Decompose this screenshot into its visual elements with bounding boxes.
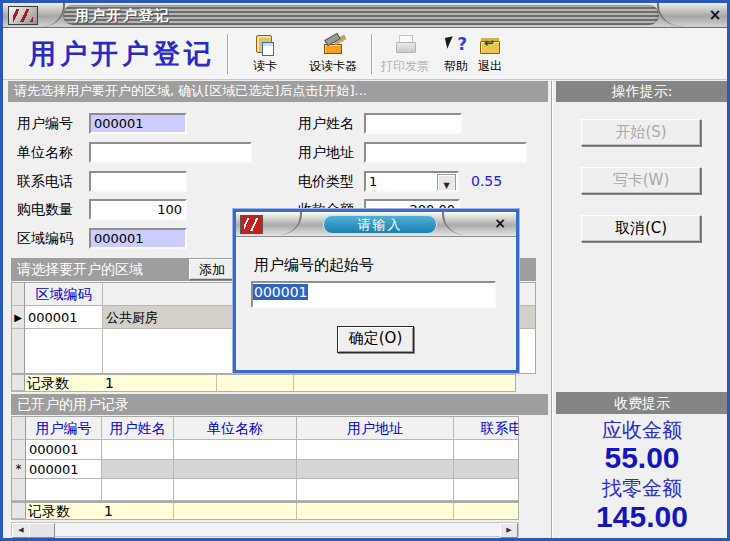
print-invoice-button: 打印发票 [377,31,433,77]
user-name-label: 用户姓名 [298,115,354,133]
window-title: 用户开户登记 [75,7,171,25]
change-amount: 145.00 [559,500,725,534]
toolbar-separator [227,34,229,74]
purchase-qty-field[interactable]: 100 [89,199,187,220]
col-phone[interactable]: 联系电话 [454,417,519,440]
scroll-left-icon[interactable]: ◀ [12,523,30,538]
phone-field[interactable] [89,171,187,192]
records-record-count: 记录数 1 [26,503,174,519]
receivable-label: 应收金额 [559,417,725,444]
unit-name-label: 单位名称 [17,144,73,162]
add-area-button[interactable]: 添加 [189,259,235,280]
read-card-button[interactable]: 读卡 [239,31,291,77]
user-id-label: 用户编号 [17,115,73,133]
dialog-prompt-label: 用户编号的起始号 [254,256,374,275]
address-field[interactable] [364,142,527,163]
scroll-right-icon[interactable]: ▶ [500,523,518,538]
col-user-name[interactable]: 用户姓名 [102,417,174,440]
records-row-2[interactable]: * 000001 [12,460,518,479]
area-code-column-header[interactable]: 区域编码 [25,283,103,306]
app-window: 用户开户登记 × 用户开户登记 读卡 设读卡器 打印发票 帮助 退出 请先选择用… [0,0,730,541]
panel-divider [551,81,553,538]
fee-panel-header: 收费提示 [556,392,728,414]
start-number-input[interactable]: 000001 [251,281,496,308]
new-row-marker: * [12,460,26,479]
title-bar-curve-right [657,3,687,27]
toolbar-separator-2 [371,34,373,74]
area-code-label: 区域编码 [17,230,73,248]
cancel-button[interactable]: 取消(C) [581,215,701,242]
help-icon [445,34,467,56]
col-user-id[interactable]: 用户编号 [26,417,102,440]
records-table: 用户编号 用户姓名 单位名称 用户地址 联系电话 000001 * 000001 [11,416,519,502]
area-code-field[interactable]: 000001 [89,228,187,249]
start-button: 开始(S) [581,119,701,146]
record-count-label: 记录数 [27,375,69,391]
row-selector-header [12,283,25,306]
unit-name-field[interactable] [89,142,252,163]
chevron-down-icon[interactable] [437,174,456,191]
dialog-title: 请输入 [323,215,437,234]
records-section-header: 已开户的用户记录 [11,394,548,415]
price-type-combobox[interactable]: 1 [364,171,459,192]
address-label: 用户地址 [298,144,354,162]
receivable-amount: 55.00 [559,441,725,475]
user-name-field[interactable] [364,113,462,134]
ok-button[interactable]: 确定(O) [337,326,414,353]
col-address[interactable]: 用户地址 [297,417,454,440]
printer-icon [394,34,416,56]
page-title: 用户开户登记 [29,36,215,72]
horizontal-scrollbar[interactable]: ◀ ▶ [11,522,519,537]
dialog-logo-icon [240,215,263,234]
phone-label: 联系电话 [17,173,73,191]
price-rate-value: 0.55 [471,173,502,189]
price-type-label: 电价类型 [298,173,354,191]
current-row-marker: ▶ [12,306,25,329]
dialog-title-bar: 请输入 × [236,212,516,237]
user-id-field[interactable]: 000001 [89,113,187,134]
records-table-footer: 记录数 1 [11,502,519,520]
write-card-button: 写卡(W) [581,167,701,194]
instruction-bar: 请先选择用户要开户的区域, 确认[区域已选定]后点击[开始]... [8,81,548,102]
configure-reader-icon [322,34,344,56]
app-logo-icon [8,6,38,25]
record-count-value: 1 [105,375,114,391]
title-bar-curve-left [39,3,65,27]
selected-input-text: 000001 [253,284,308,300]
records-header-row: 用户编号 用户姓名 单位名称 用户地址 联系电话 [12,417,518,440]
area-code-cell[interactable]: 000001 [25,306,103,329]
change-label: 找零金额 [559,475,725,502]
input-dialog: 请输入 × 用户编号的起始号 000001 确定(O) [233,209,519,373]
area-record-count: 记录数 1 [25,375,217,391]
setup-reader-button[interactable]: 设读卡器 [303,31,363,77]
purchase-qty-label: 购电数量 [17,201,73,219]
toolbar: 用户开户登记 读卡 设读卡器 打印发票 帮助 退出 [3,28,727,80]
records-row-1[interactable]: 000001 [12,440,518,460]
title-bar: 用户开户登记 × [3,3,727,28]
card-reader-icon [254,34,276,56]
ops-panel-header: 操作提示: [556,81,728,102]
user-id-cell[interactable]: 000001 [26,460,102,479]
scrollbar-thumb[interactable] [29,523,55,538]
user-id-cell[interactable]: 000001 [26,440,102,460]
close-icon[interactable]: × [705,5,725,25]
record-count-label: 记录数 [28,503,70,519]
dialog-close-icon[interactable]: × [492,215,508,231]
area-table-footer: 记录数 1 [11,374,516,392]
exit-icon [479,34,501,56]
price-type-value: 1 [369,174,377,189]
col-unit-name[interactable]: 单位名称 [174,417,297,440]
record-count-value: 1 [104,503,113,519]
records-empty-row [12,479,518,501]
exit-button[interactable]: 退出 [469,31,511,77]
